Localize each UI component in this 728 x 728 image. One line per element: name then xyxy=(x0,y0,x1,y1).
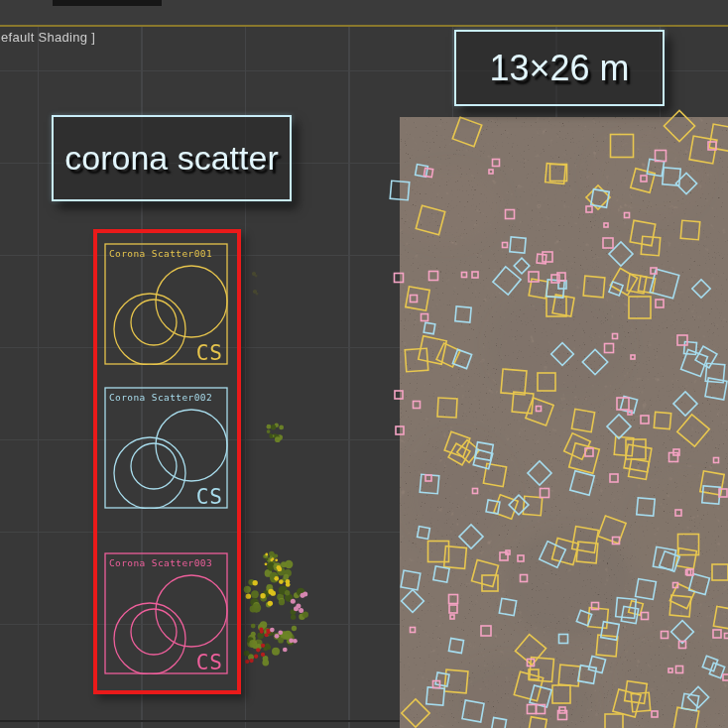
gizmo-name: Corona Scatter001 xyxy=(109,248,212,259)
corona-scatter-callout: corona scatter xyxy=(52,115,292,201)
viewport-tab-notch xyxy=(53,0,162,6)
viewport[interactable]: efault Shading ] corona scatter 13×26 m … xyxy=(0,0,728,728)
terrain-texture xyxy=(400,117,728,728)
size-callout: 13×26 m xyxy=(454,30,665,106)
viewport-shading-label[interactable]: efault Shading ] xyxy=(1,30,95,45)
viewport-accent-line xyxy=(0,25,728,27)
corona-scatter-gizmo-003[interactable]: Corona Scatter003 CS xyxy=(104,552,228,674)
terrain-plane[interactable] xyxy=(400,117,728,728)
corona-scatter-callout-text: corona scatter xyxy=(64,139,278,178)
gizmo-name: Corona Scatter003 xyxy=(109,557,212,568)
gizmo-cs-mark: CS xyxy=(196,341,223,365)
corona-scatter-gizmo-002[interactable]: Corona Scatter002 CS xyxy=(104,387,228,509)
gizmo-cs-mark: CS xyxy=(196,651,223,674)
corona-scatter-gizmo-001[interactable]: Corona Scatter001 CS xyxy=(104,243,228,365)
gizmo-name: Corona Scatter002 xyxy=(109,392,212,403)
size-callout-text: 13×26 m xyxy=(489,48,629,89)
gizmo-cs-mark: CS xyxy=(196,485,223,509)
